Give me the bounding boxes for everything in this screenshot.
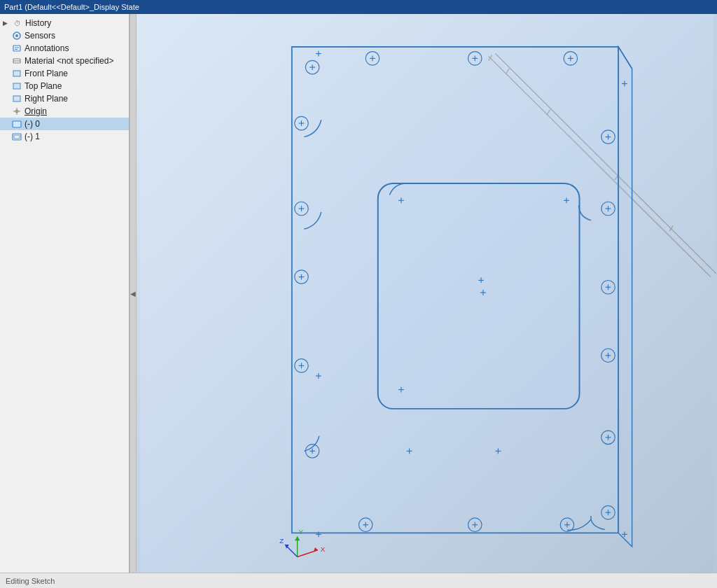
material-icon	[11, 55, 22, 66]
tree-label-top-plane: Top Plane	[25, 81, 62, 91]
tree-item-sketch0[interactable]: (-) 0	[0, 118, 129, 130]
svg-text:Y: Y	[299, 528, 304, 536]
collapse-icon: ◀	[130, 290, 136, 298]
status-text: Editing Sketch	[6, 577, 55, 585]
svg-rect-9	[13, 96, 20, 102]
tree-item-top-plane[interactable]: Top Plane	[0, 80, 129, 92]
tree-item-sketch1[interactable]: (-) 1	[0, 130, 129, 143]
svg-text:Z: Z	[279, 537, 284, 545]
tree-item-annotations[interactable]: Annotations	[0, 42, 129, 55]
title-text: Part1 (Default<<Default>_Display State	[4, 3, 139, 11]
sketch-view: X Y Z	[137, 14, 717, 573]
tree-label-right-plane: Right Plane	[25, 94, 68, 104]
svg-rect-13	[13, 121, 21, 127]
origin-icon	[11, 106, 22, 117]
tree-label-origin: Origin	[25, 106, 47, 116]
svg-rect-15	[14, 135, 20, 139]
svg-rect-8	[13, 83, 20, 89]
sketch0-icon	[11, 118, 22, 130]
right-plane-icon	[11, 93, 22, 104]
tree-item-history[interactable]: ▶ ⏱ History	[0, 17, 129, 29]
tree-label-material: Material <not specified>	[25, 56, 113, 66]
tree-label-sketch1: (-) 1	[25, 132, 40, 141]
status-bar: Editing Sketch	[0, 573, 717, 588]
front-plane-icon	[11, 68, 22, 79]
annotations-icon	[11, 43, 22, 54]
viewport[interactable]: X Y Z	[137, 14, 717, 573]
tree-label-sketch0: (-) 0	[25, 119, 40, 129]
svg-rect-7	[13, 71, 20, 76]
tree-label-front-plane: Front Plane	[25, 69, 68, 78]
feature-tree: ▶ ⏱ History Sensors Annotations	[0, 14, 130, 573]
tree-item-sensors[interactable]: Sensors	[0, 29, 129, 42]
tree-item-right-plane[interactable]: Right Plane	[0, 92, 129, 105]
tree-item-origin[interactable]: Origin	[0, 105, 129, 118]
sketch1-icon	[11, 131, 22, 142]
inner-cutout	[378, 183, 580, 409]
tree-item-material[interactable]: Material <not specified>	[0, 55, 129, 67]
expand-arrow: ▶	[3, 20, 11, 27]
tree-label-annotations: Annotations	[25, 43, 69, 53]
sensors-icon	[11, 30, 22, 41]
main-area: ▶ ⏱ History Sensors Annotations	[0, 14, 717, 573]
top-plane-icon	[11, 80, 22, 92]
svg-text:X: X	[321, 545, 326, 553]
tree-label-sensors: Sensors	[25, 31, 55, 41]
tree-item-front-plane[interactable]: Front Plane	[0, 67, 129, 80]
sidebar-collapse-handle[interactable]: ◀	[130, 14, 137, 573]
svg-rect-2	[13, 46, 20, 51]
history-icon: ⏱	[12, 18, 23, 29]
svg-point-1	[15, 34, 18, 37]
svg-rect-24	[378, 183, 580, 409]
title-bar: Part1 (Default<<Default>_Display State	[0, 0, 717, 14]
tree-label-history: History	[25, 18, 51, 28]
